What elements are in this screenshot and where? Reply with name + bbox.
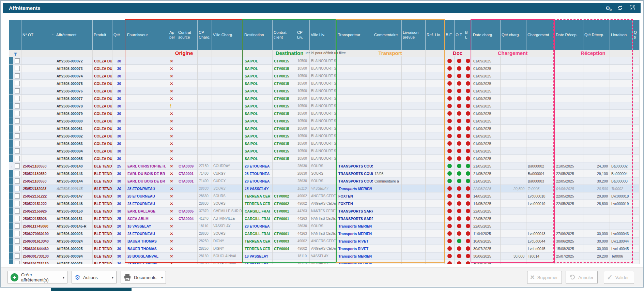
cell-prod[interactable]: COLZA DU xyxy=(93,155,112,162)
cell-fournisseur[interactable]: 28 BOUGLAINVAL xyxy=(126,260,168,264)
cell-contrat-client[interactable]: CTV0001 xyxy=(273,215,296,222)
cell-contrat-client[interactable] xyxy=(273,185,296,192)
cell-transporteur[interactable]: Transports MERIEN xyxy=(337,260,373,264)
cell-ot[interactable] xyxy=(21,117,55,125)
cell-chargement[interactable]: Ba000002 xyxy=(526,162,555,170)
table-row[interactable]: Aff2508-000075COLZA DU30×SAIPOLCTV001510… xyxy=(9,80,640,87)
filter-cell-prod[interactable] xyxy=(93,50,112,57)
filter-cell-trans[interactable] xyxy=(337,50,373,57)
cell-appel[interactable]: × xyxy=(168,230,177,237)
cell-destination[interactable]: SAIPOL xyxy=(243,132,273,140)
delete-button[interactable]: × Supprimer xyxy=(527,271,562,284)
cell-transporteur[interactable] xyxy=(337,110,373,117)
cell-ot[interactable]: 2506301733130 xyxy=(21,252,55,260)
row-gutter[interactable] xyxy=(9,215,13,222)
cell-date-recep[interactable] xyxy=(555,102,583,110)
row-gutter[interactable] xyxy=(9,57,13,65)
cell-qte-tr[interactable] xyxy=(633,80,640,87)
col-header-cpl[interactable]: CP Liv. xyxy=(296,20,310,50)
cell-cp-charg[interactable]: 37370 xyxy=(198,207,212,215)
cell-ville-liv[interactable]: BLAINCOURT SU xyxy=(310,102,337,110)
cell-qte-charg[interactable] xyxy=(501,215,526,222)
cell-aff[interactable]: Aff2508-000081 xyxy=(55,125,93,132)
cell-livraison[interactable]: Ba000002 xyxy=(610,162,633,170)
row-checkbox[interactable] xyxy=(15,186,20,191)
cell-cp-liv[interactable]: 49002 xyxy=(296,245,310,252)
cell-ot[interactable]: 250522151222 xyxy=(21,192,55,200)
cell-qte-tr[interactable] xyxy=(633,162,640,170)
cell-prod[interactable]: BLE TENDR xyxy=(93,222,112,230)
cell-fournisseur[interactable] xyxy=(126,147,168,155)
cell-cp-liv[interactable]: 44263 xyxy=(296,207,310,215)
cell-livraison-prevue[interactable] xyxy=(402,222,426,230)
cell-prod[interactable]: BLE TENDR xyxy=(93,207,112,215)
cell-ville-charg[interactable] xyxy=(212,57,243,65)
cell-livraison-prevue[interactable] xyxy=(402,177,426,185)
cell-chargement[interactable] xyxy=(526,207,555,215)
cell-qte-recep[interactable] xyxy=(583,110,610,117)
cell-qte[interactable]: 30 xyxy=(112,65,126,72)
filter-cell-dch[interactable] xyxy=(472,50,501,57)
cell-fournisseur[interactable] xyxy=(126,57,168,65)
cell-ville-liv[interactable]: SOURS xyxy=(310,222,337,230)
cell-cp-charg[interactable]: 71400 xyxy=(198,170,212,177)
row-gutter[interactable] xyxy=(9,80,13,87)
cell-ville-charg[interactable]: DIGNY xyxy=(212,245,243,252)
cell-ville-charg[interactable]: CURGY xyxy=(212,170,243,177)
cell-cp-liv[interactable]: 10500 xyxy=(296,140,310,147)
cell-livraison-prevue[interactable] xyxy=(402,80,426,87)
cell-destination[interactable]: SAIPOL xyxy=(243,102,273,110)
filter-cell-chg[interactable] xyxy=(526,50,555,57)
filter-cell-cpl[interactable] xyxy=(296,50,310,57)
cell-qte-recep[interactable] xyxy=(583,125,610,132)
cell-ot[interactable]: 250521180550 xyxy=(21,177,55,185)
cell-qte-charg[interactable] xyxy=(501,222,526,230)
row-select-cell[interactable] xyxy=(13,222,21,230)
cell-ref-liv[interactable] xyxy=(426,117,445,125)
filter-cell-rl[interactable] xyxy=(426,50,445,57)
cell-date-recep[interactable] xyxy=(555,215,583,222)
filter-cell-drec[interactable] xyxy=(555,50,583,57)
cell-chargement[interactable] xyxy=(526,72,555,80)
cell-ville-liv[interactable]: BLAINCOURT SU xyxy=(310,155,337,162)
cell-contrat-source[interactable] xyxy=(177,87,198,95)
row-gutter[interactable] xyxy=(9,170,13,177)
cell-transporteur[interactable]: Transports MERIEN xyxy=(337,185,373,192)
cell-transporteur[interactable] xyxy=(337,80,373,87)
cell-contrat-source[interactable] xyxy=(177,95,198,102)
cell-livraison[interactable]: LvcLd0045 xyxy=(610,245,633,252)
row-select-cell[interactable] xyxy=(13,192,21,200)
cell-aff[interactable]: Aff2508-000076 xyxy=(55,87,93,95)
cell-commentaire[interactable] xyxy=(373,215,402,222)
cell-date-recep[interactable]: 21/05/2025 xyxy=(555,162,583,170)
cell-date-recep[interactable] xyxy=(555,57,583,65)
cell-contrat-client[interactable]: CTV0015 xyxy=(273,65,296,72)
col-header-qtr[interactable]: Q tr xyxy=(633,20,640,50)
cell-date-recep[interactable]: 22/05/2025 xyxy=(555,192,583,200)
cell-cp-liv[interactable]: 28630 xyxy=(296,177,310,185)
cell-cp-liv[interactable]: 18110 xyxy=(296,185,310,192)
cell-qte-charg[interactable] xyxy=(501,237,526,245)
cell-livraison[interactable] xyxy=(610,207,633,215)
cell-livraison-prevue[interactable] xyxy=(402,230,426,237)
cell-qte-tr[interactable] xyxy=(633,170,640,177)
cell-cp-liv[interactable]: 10500 xyxy=(296,57,310,65)
cell-qte[interactable]: 30 xyxy=(112,132,126,140)
cell-ref-liv[interactable] xyxy=(426,237,445,245)
cell-qte-tr[interactable] xyxy=(633,125,640,132)
cell-qte-recep[interactable]: 30,200 xyxy=(583,177,610,185)
row-gutter[interactable] xyxy=(9,200,13,207)
row-checkbox[interactable] xyxy=(15,141,20,146)
cell-qte-charg[interactable] xyxy=(501,162,526,170)
cell-fournisseur[interactable] xyxy=(126,65,168,72)
cell-destination[interactable]: SAIPOL xyxy=(243,110,273,117)
cell-ot[interactable] xyxy=(21,102,55,110)
cell-fournisseur[interactable]: 18 VASSELAY xyxy=(126,222,168,230)
cell-livraison-prevue[interactable] xyxy=(402,252,426,260)
row-gutter[interactable] xyxy=(9,95,13,102)
cell-destination[interactable]: 18 VASSELAY xyxy=(243,252,273,260)
cell-qte-charg[interactable] xyxy=(501,95,526,102)
cell-cp-charg[interactable]: 28630 xyxy=(198,185,212,192)
cell-aff[interactable]: Aff2506-000094 xyxy=(55,252,93,260)
cell-qte-charg[interactable]: 30,000 xyxy=(501,252,526,260)
